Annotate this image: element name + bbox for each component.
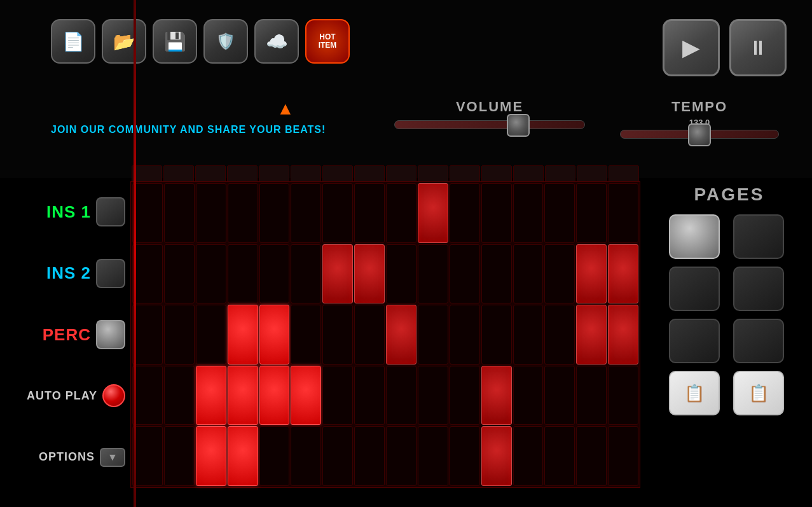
grid-cell-2-1[interactable]	[164, 305, 195, 365]
grid-cell-2-9[interactable]	[418, 305, 448, 365]
grid-cell-0-7[interactable]	[354, 183, 385, 243]
grid-cell-3-12[interactable]	[513, 366, 544, 426]
grid-cell-4-6[interactable]	[322, 426, 353, 486]
grid-cell-2-14[interactable]	[576, 305, 607, 365]
grid-cell-2-7[interactable]	[354, 305, 385, 365]
grid-cell-1-0[interactable]	[132, 244, 163, 304]
grid-cell-4-11[interactable]	[481, 426, 512, 486]
grid-cell-3-9[interactable]	[418, 366, 448, 426]
grid-cell-4-12[interactable]	[513, 426, 544, 486]
grid-cell-0-3[interactable]	[228, 183, 258, 243]
grid-cell-4-5[interactable]	[291, 426, 321, 486]
grid-cell-1-11[interactable]	[481, 244, 512, 304]
page-8-button[interactable]: 📋	[733, 371, 784, 415]
page-7-button[interactable]: 📋	[669, 371, 720, 415]
grid-cell-4-1[interactable]	[164, 426, 195, 486]
page-3-button[interactable]	[669, 267, 720, 311]
grid-cell-1-4[interactable]	[259, 244, 290, 304]
grid-cell-0-12[interactable]	[513, 183, 544, 243]
grid-cell-0-15[interactable]	[608, 183, 638, 243]
page-1-button[interactable]	[669, 214, 720, 259]
grid-cell-2-5[interactable]	[291, 305, 321, 365]
autoplay-indicator[interactable]	[102, 384, 125, 407]
grid-cell-2-12[interactable]	[513, 305, 544, 365]
grid-cell-3-2[interactable]	[196, 366, 226, 426]
grid-cell-0-5[interactable]	[291, 183, 321, 243]
grid-cell-1-8[interactable]	[386, 244, 416, 304]
grid-cell-4-3[interactable]	[228, 426, 258, 486]
open-folder-button[interactable]: 📂	[102, 19, 146, 64]
grid-cell-0-10[interactable]	[450, 183, 480, 243]
grid-cell-3-0[interactable]	[132, 366, 163, 426]
new-file-button[interactable]: 📄	[51, 19, 95, 64]
ins1-button[interactable]	[96, 197, 125, 226]
grid-cell-1-13[interactable]	[544, 244, 575, 304]
grid-cell-4-10[interactable]	[450, 426, 480, 486]
grid-cell-3-7[interactable]	[354, 366, 385, 426]
grid-cell-3-1[interactable]	[164, 366, 195, 426]
grid-cell-1-9[interactable]	[418, 244, 448, 304]
grid-cell-0-9[interactable]	[418, 183, 448, 243]
grid-cell-4-4[interactable]	[259, 426, 290, 486]
grid-cell-1-7[interactable]	[354, 244, 385, 304]
grid-cell-1-3[interactable]	[228, 244, 258, 304]
grid-cell-4-9[interactable]	[418, 426, 448, 486]
grid-cell-0-1[interactable]	[164, 183, 195, 243]
grid-cell-0-6[interactable]	[322, 183, 353, 243]
page-5-button[interactable]	[669, 319, 720, 363]
grid-cell-3-14[interactable]	[576, 366, 607, 426]
grid-cell-4-13[interactable]	[544, 426, 575, 486]
grid-cell-1-1[interactable]	[164, 244, 195, 304]
hot-item-button[interactable]: HOTITEM	[305, 19, 350, 64]
save-button[interactable]: 💾	[153, 19, 197, 64]
page-4-button[interactable]	[733, 267, 784, 311]
grid-cell-2-2[interactable]	[196, 305, 226, 365]
grid-cell-4-7[interactable]	[354, 426, 385, 486]
ins2-button[interactable]	[96, 259, 125, 288]
grid-cell-1-15[interactable]	[608, 244, 638, 304]
grid-cell-2-4[interactable]	[259, 305, 290, 365]
grid-cell-0-8[interactable]	[386, 183, 416, 243]
grid-cell-3-8[interactable]	[386, 366, 416, 426]
tempo-slider[interactable]	[620, 130, 779, 139]
grid-cell-3-6[interactable]	[322, 366, 353, 426]
grid-cell-3-5[interactable]	[291, 366, 321, 426]
grid-cell-0-14[interactable]	[576, 183, 607, 243]
pause-button[interactable]: ⏸	[729, 19, 787, 76]
grid-cell-1-6[interactable]	[322, 244, 353, 304]
grid-cell-3-3[interactable]	[228, 366, 258, 426]
grid-cell-1-10[interactable]	[450, 244, 480, 304]
grid-cell-0-0[interactable]	[132, 183, 163, 243]
grid-cell-1-12[interactable]	[513, 244, 544, 304]
grid-cell-0-4[interactable]	[259, 183, 290, 243]
grid-cell-3-13[interactable]	[544, 366, 575, 426]
grid-cell-2-8[interactable]	[386, 305, 416, 365]
grid-cell-1-2[interactable]	[196, 244, 226, 304]
help-button[interactable]: 🛡️	[203, 19, 248, 64]
grid-cell-4-0[interactable]	[132, 426, 163, 486]
grid-cell-4-2[interactable]	[196, 426, 226, 486]
play-button[interactable]: ▶	[663, 19, 720, 76]
grid-cell-3-4[interactable]	[259, 366, 290, 426]
volume-slider[interactable]	[394, 120, 585, 129]
grid-cell-2-11[interactable]	[481, 305, 512, 365]
page-2-button[interactable]	[733, 214, 784, 259]
grid-cell-2-3[interactable]	[228, 305, 258, 365]
grid-cell-0-2[interactable]	[196, 183, 226, 243]
grid-cell-3-10[interactable]	[450, 366, 480, 426]
grid-cell-4-8[interactable]	[386, 426, 416, 486]
grid-cell-2-15[interactable]	[608, 305, 638, 365]
page-6-button[interactable]	[733, 319, 784, 363]
grid-cell-2-0[interactable]	[132, 305, 163, 365]
grid-cell-3-15[interactable]	[608, 366, 638, 426]
cloud-button[interactable]: ☁️	[254, 19, 299, 64]
grid-cell-4-15[interactable]	[608, 426, 638, 486]
grid-cell-3-11[interactable]	[481, 366, 512, 426]
grid-cell-2-6[interactable]	[322, 305, 353, 365]
grid-cell-4-14[interactable]	[576, 426, 607, 486]
perc-button[interactable]	[96, 320, 125, 349]
grid-cell-1-5[interactable]	[291, 244, 321, 304]
grid-cell-2-10[interactable]	[450, 305, 480, 365]
grid-cell-0-11[interactable]	[481, 183, 512, 243]
grid-cell-0-13[interactable]	[544, 183, 575, 243]
